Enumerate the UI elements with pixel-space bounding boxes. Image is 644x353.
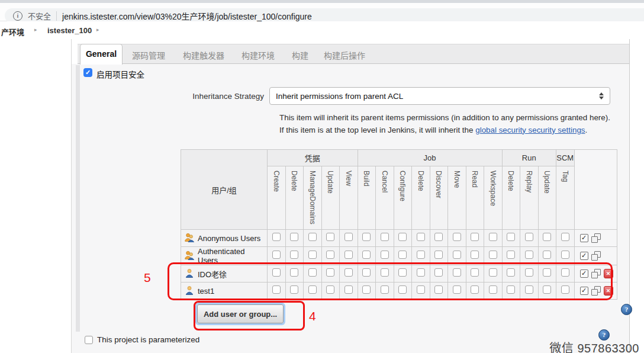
permission-checkbox[interactable] (344, 251, 353, 259)
permission-cell (321, 230, 340, 247)
permission-checkbox[interactable] (471, 251, 479, 259)
permission-checkbox[interactable] (326, 251, 334, 259)
group-header: 凭据 (268, 150, 358, 166)
permission-checkbox[interactable] (525, 251, 533, 259)
browser-toolbar: i 不安全 jenkins.istester.com/view/03%20生产环… (0, 3, 644, 21)
permission-cell (412, 230, 430, 247)
permission-checkbox[interactable] (453, 233, 461, 241)
inheritance-strategy-select[interactable]: Inherit permissions from parent ACL (269, 87, 610, 105)
column-header-label: Read (471, 166, 479, 188)
tab-item[interactable]: 源码管理 (132, 49, 165, 61)
column-header-label: Delete (417, 166, 425, 191)
parameterized-checkbox[interactable] (85, 336, 93, 344)
permission-checkbox[interactable] (362, 233, 371, 241)
tab-item[interactable]: 构建环境 (242, 49, 275, 61)
column-header: Tag (556, 166, 575, 230)
annotation-label-5: 5 (144, 271, 151, 285)
permission-checkbox[interactable] (398, 251, 407, 259)
select-arrows-icon (599, 92, 604, 100)
permission-checkbox[interactable] (308, 251, 317, 259)
matrix-row-name: Anonymous Users (198, 234, 260, 243)
permission-checkbox[interactable] (326, 233, 334, 241)
permission-checkbox[interactable] (543, 233, 551, 241)
jenkins-configure-page: i 不安全 jenkins.istester.com/view/03%20生产环… (0, 0, 644, 353)
url-text[interactable]: jenkins.istester.com/view/03%20生产环境/job/… (62, 10, 312, 22)
permission-cell (520, 230, 539, 247)
column-header-label: Build (362, 166, 371, 187)
security-status-label[interactable]: 不安全 (28, 10, 51, 21)
permission-checkbox[interactable] (290, 251, 298, 259)
permission-cell (448, 230, 466, 247)
permission-checkbox[interactable] (434, 233, 443, 241)
permission-checkbox[interactable] (489, 233, 497, 241)
permission-checkbox[interactable] (507, 233, 515, 241)
permission-checkbox[interactable] (434, 251, 443, 259)
group-icon (185, 233, 194, 244)
permission-checkbox[interactable] (561, 251, 569, 259)
column-header-label: Update (543, 166, 551, 194)
permission-cell (538, 230, 556, 247)
permission-checkbox[interactable] (543, 251, 551, 259)
column-header: Discover (430, 166, 448, 230)
permission-checkbox[interactable] (344, 233, 353, 241)
column-header-label: Cancel (381, 166, 389, 192)
annotation-box-rows (168, 262, 613, 300)
column-header: Replay (520, 166, 539, 230)
tab-item[interactable]: 构建触发器 (183, 49, 224, 61)
check-all-icon[interactable]: ✓ (580, 252, 588, 260)
breadcrumb-item-view[interactable]: 产环境 (1, 26, 24, 37)
tab-item[interactable]: 构建后操作 (324, 49, 365, 61)
enable-security-label: 启用项目安全 (96, 68, 144, 80)
permission-checkbox[interactable] (417, 251, 425, 259)
permission-checkbox[interactable] (453, 251, 461, 259)
column-header: Configure (394, 166, 412, 230)
column-header-label: Discover (434, 166, 443, 198)
watermark-text: 微信 957863300 (549, 339, 639, 353)
column-header-label: Configure (398, 166, 407, 201)
breadcrumb-item-job[interactable]: istester_100 (47, 26, 92, 35)
permission-checkbox[interactable] (471, 233, 479, 241)
column-header: Delete (412, 166, 430, 230)
column-header: Update (321, 166, 340, 230)
uncheck-all-icon[interactable] (591, 233, 601, 243)
breadcrumb: 产环境 ▸ istester_100 ▸ (0, 21, 644, 39)
check-all-icon[interactable]: ✓ (580, 234, 588, 242)
column-header: Workspace (484, 166, 503, 230)
column-header-label: Replay (525, 166, 533, 192)
column-header: Delete (285, 166, 304, 230)
column-header: Cancel (376, 166, 394, 230)
section-indent-bar (76, 65, 80, 332)
tab-item[interactable]: 构建 (292, 49, 308, 61)
permission-checkbox[interactable] (525, 233, 533, 241)
permission-checkbox[interactable] (272, 251, 281, 259)
enable-security-checkbox[interactable]: ✓ (83, 68, 92, 77)
permission-checkbox[interactable] (507, 251, 515, 259)
permission-checkbox[interactable] (308, 233, 317, 241)
chevron-right-icon: ▸ (34, 27, 37, 33)
inheritance-help-text: This item will inherit its parent items … (279, 112, 611, 137)
matrix-row-label-cell: Anonymous Users (181, 230, 268, 247)
column-header-label: Move (453, 166, 461, 188)
column-header-label: Delete (290, 166, 298, 191)
permission-checkbox[interactable] (272, 233, 281, 241)
permission-cell (268, 230, 286, 247)
tab-general[interactable]: General (80, 44, 123, 65)
permission-checkbox[interactable] (489, 251, 497, 259)
permission-cell (304, 230, 322, 247)
permission-checkbox[interactable] (417, 233, 425, 241)
permission-checkbox[interactable] (362, 251, 371, 259)
column-header-label: View (344, 166, 353, 186)
uncheck-all-icon[interactable] (591, 251, 601, 261)
help-icon[interactable]: ? (598, 329, 610, 341)
permission-checkbox[interactable] (290, 233, 298, 241)
permission-checkbox[interactable] (398, 233, 407, 241)
global-security-link[interactable]: global security security settings (475, 126, 585, 134)
permission-checkbox[interactable] (381, 251, 389, 259)
permission-checkbox[interactable] (561, 233, 569, 241)
help-icon[interactable]: ? (621, 304, 632, 315)
column-header: Build (358, 166, 376, 230)
annotation-box-button (194, 301, 305, 330)
info-icon[interactable]: i (13, 11, 22, 21)
column-header-label: Workspace (489, 166, 497, 206)
permission-checkbox[interactable] (381, 233, 389, 241)
